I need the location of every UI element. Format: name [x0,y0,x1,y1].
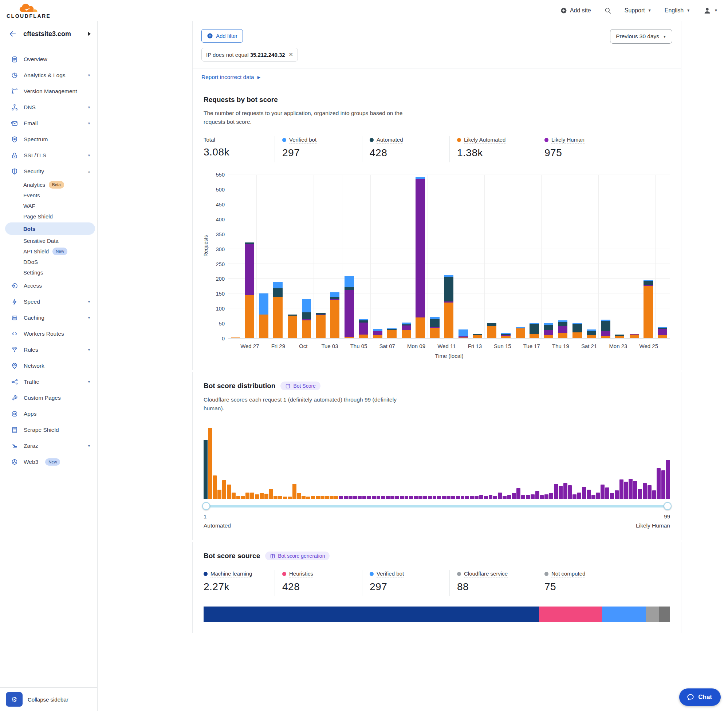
search-button[interactable] [604,7,611,14]
histogram-bar [297,493,301,499]
sidebar-item-ssl-tls[interactable]: SSL/TLS▼ [0,148,97,164]
sidebar-item-speed[interactable]: Speed▼ [0,294,97,310]
site-header: cftestsite3.com [0,21,97,46]
stat-label[interactable]: Cloudflare service [464,571,508,577]
bar-slot [228,175,242,338]
sidebar-subitem-waf[interactable]: WAF [0,201,97,211]
stat-label[interactable]: Machine learning [211,571,252,577]
sidebar-item-version-management[interactable]: Version Management [0,83,97,99]
histogram-bar [204,440,208,499]
x-tick-label: Tue 17 [523,339,540,349]
bar-slot [313,175,328,338]
bar-segment [273,282,282,288]
sidebar-subitem-api-shield[interactable]: API ShieldNew [0,246,97,257]
bot-score-badge[interactable]: Bot Score [281,382,320,390]
sidebar-item-analytics-logs[interactable]: Analytics & Logs▼ [0,67,97,83]
histogram-bar [666,460,670,499]
histogram-bar [648,485,651,499]
remove-filter-icon[interactable]: ✕ [289,51,294,58]
bar-slot [413,175,428,338]
sidebar-item-apps[interactable]: Apps [0,406,97,422]
settings-gear-button[interactable]: ⚙ [6,692,22,707]
report-incorrect-data-link[interactable]: Report incorrect data ▶ [201,74,260,80]
sidebar-item-spectrum[interactable]: Spectrum [0,131,97,148]
sidebar-subitem-bots[interactable]: Bots [5,223,95,235]
sidebar-item-overview[interactable]: Overview [0,51,97,67]
sidebar-item-security[interactable]: Security▲ [0,164,97,180]
filter-chip[interactable]: IP does not equal 35.212.240.32 ✕ [201,48,298,62]
sidebar-subitem-ddos[interactable]: DDoS [0,257,97,267]
stat-label[interactable]: Verified bot [289,137,316,143]
x-tick-label [425,339,437,349]
histogram-bar [474,496,478,499]
sidebar-subitem-analytics[interactable]: AnalyticsBeta [0,180,97,190]
stacked-bar [231,338,240,338]
histogram-bar [264,494,269,499]
chat-button[interactable]: Chat [679,689,721,706]
slider-track[interactable] [204,505,670,507]
time-range-dropdown[interactable]: Previous 30 days ▼ [610,29,672,44]
stat-label[interactable]: Automated [377,137,403,143]
histogram-bar [643,483,647,499]
stat-label[interactable]: Not computed [551,571,585,577]
x-tick-label [540,339,552,349]
sidebar-subitem-sensitive-data[interactable]: Sensitive Data [0,236,97,246]
histogram-bar [232,493,236,499]
stacked-bar [288,314,297,338]
sidebar-item-access[interactable]: Access [0,278,97,294]
x-tick-label [482,339,494,349]
add-site-button[interactable]: Add site [561,7,591,14]
histogram-bar [605,487,609,499]
add-filter-button[interactable]: Add filter [201,29,243,43]
stacked-bar [444,275,453,338]
sidebar-subitem-settings[interactable]: Settings [0,267,97,278]
x-tick-label [597,339,609,349]
sidebar-item-network[interactable]: Network [0,358,97,374]
histogram-bar [433,496,437,499]
slider-handle-max[interactable] [663,502,672,510]
sidebar-subitem-page-shield[interactable]: Page Shield [0,211,97,222]
cloudflare-logo[interactable]: CLOUDFLARE [7,3,51,19]
sidebar-item-rules[interactable]: Rules▼ [0,342,97,358]
sidebar-item-dns[interactable]: DNS▼ [0,99,97,115]
sidebar-item-email[interactable]: Email▼ [0,115,97,131]
sidebar-item-zaraz[interactable]: Zaraz▼ [0,438,97,454]
email-icon [11,120,18,127]
stat-label[interactable]: Likely Human [551,137,585,143]
bar-segment [302,299,311,312]
x-tick-label: Sat 07 [380,339,395,349]
stat-label[interactable]: Verified bot [377,571,404,577]
bar-segment [501,336,510,339]
slider-handle-min[interactable] [202,502,210,510]
stat-label[interactable]: Likely Automated [464,137,505,143]
histogram-bar [362,496,366,499]
language-menu[interactable]: English▼ [665,7,690,14]
sidebar-item-label: Spectrum [24,136,48,143]
support-menu[interactable]: Support▼ [625,7,651,14]
requests-stats-row: Total3.08kVerified bot297Automated428Lik… [204,136,670,162]
card-description: Cloudflare scores each request 1 (defini… [204,395,408,413]
sidebar-item-caching[interactable]: Caching▼ [0,310,97,326]
account-menu[interactable]: ▼ [703,7,718,15]
histogram-bar [465,496,469,499]
sidebar-item-web3[interactable]: Web3New [0,454,97,470]
bar-slot [641,175,656,338]
collapse-sidebar-row[interactable]: ⚙ Collapse sidebar [0,687,97,711]
sidebar-subitem-events[interactable]: Events [0,190,97,201]
histogram-bar [344,496,348,499]
bar-slot [342,175,357,338]
histogram-bar [633,481,637,499]
sidebar-item-custom-pages[interactable]: Custom Pages [0,390,97,406]
sidebar-item-scrape-shield[interactable]: Scrape Shield [0,422,97,438]
sidebar: cftestsite3.com OverviewAnalytics & Logs… [0,21,97,711]
histogram-bar [624,482,628,499]
stacked-bar [245,242,254,338]
chevron-right-icon[interactable] [87,31,92,36]
stat-value: 3.08k [204,146,267,158]
stat-label[interactable]: Heuristics [289,571,313,577]
bar-slot [356,175,371,338]
bot-score-generation-badge[interactable]: Bot score generation [265,552,329,560]
back-arrow-icon[interactable] [9,30,17,38]
sidebar-item-traffic[interactable]: Traffic▼ [0,374,97,390]
sidebar-item-workers-routes[interactable]: Workers Routes [0,326,97,342]
